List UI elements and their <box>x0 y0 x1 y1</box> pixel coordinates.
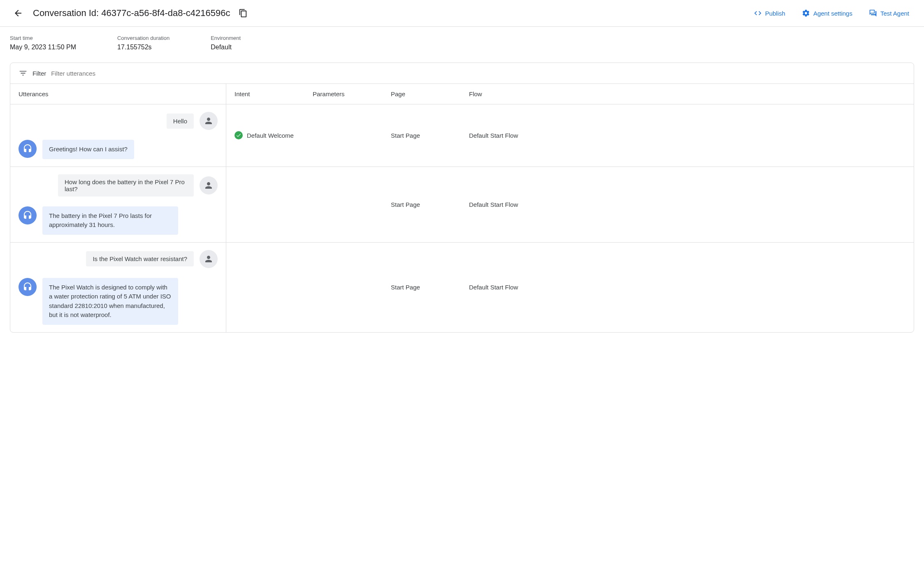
headset-icon <box>23 282 33 292</box>
flow-cell: Default Start Flow <box>461 194 914 215</box>
check-icon <box>234 131 243 139</box>
col-header-utterances: Utterances <box>10 84 226 104</box>
copy-icon <box>239 9 248 18</box>
page-title: Conversation Id: 46377c-a56-8f4-da8-c421… <box>33 8 230 19</box>
headset-icon <box>23 211 33 220</box>
start-time-value: May 9, 2023 11:50 PM <box>10 44 76 51</box>
person-icon <box>204 116 214 126</box>
bot-utterance: The Pixel Watch is designed to comply wi… <box>42 278 178 325</box>
flow-cell: Default Start Flow <box>461 277 914 297</box>
user-avatar <box>200 250 218 268</box>
flow-cell: Default Start Flow <box>461 125 914 146</box>
back-button[interactable] <box>10 5 26 21</box>
person-icon <box>204 180 214 190</box>
bot-avatar <box>19 206 37 224</box>
start-time-label: Start time <box>10 35 76 41</box>
bot-avatar <box>19 278 37 296</box>
filter-label: Filter <box>33 70 46 77</box>
user-avatar <box>200 176 218 194</box>
col-header-page: Page <box>383 84 461 104</box>
environment-value: Default <box>211 44 241 51</box>
parameters-cell <box>304 198 383 211</box>
agent-settings-button[interactable]: Agent settings <box>797 6 857 21</box>
bot-utterance: The battery in the Pixel 7 Pro lasts for… <box>42 206 178 235</box>
filter-icon <box>19 69 28 78</box>
filter-input[interactable] <box>51 70 905 77</box>
parameters-cell <box>304 129 383 142</box>
table-row[interactable]: Hello Greetings! How can I assist? Defau… <box>10 104 914 167</box>
duration-value: 17.155752s <box>117 44 169 51</box>
bot-avatar <box>19 140 37 158</box>
user-utterance: Is the Pixel Watch water resistant? <box>86 251 194 266</box>
parameters-cell <box>304 281 383 294</box>
person-icon <box>204 254 214 264</box>
arrow-back-icon <box>13 8 23 18</box>
intent-cell <box>226 198 304 211</box>
user-avatar <box>200 112 218 130</box>
col-header-intent: Intent <box>226 84 304 104</box>
user-utterance: How long does the battery in the Pixel 7… <box>58 174 194 197</box>
gear-icon <box>802 9 810 17</box>
duration-label: Conversation duration <box>117 35 169 41</box>
intent-cell <box>226 281 304 294</box>
col-header-flow: Flow <box>461 84 914 104</box>
environment-label: Environment <box>211 35 241 41</box>
table-row[interactable]: Is the Pixel Watch water resistant? The … <box>10 243 914 332</box>
intent-name: Default Welcome <box>247 132 294 139</box>
publish-label: Publish <box>765 10 785 17</box>
table-row[interactable]: How long does the battery in the Pixel 7… <box>10 167 914 243</box>
agent-settings-label: Agent settings <box>813 10 852 17</box>
test-agent-label: Test Agent <box>880 10 909 17</box>
code-icon <box>754 9 762 17</box>
user-utterance: Hello <box>167 113 194 129</box>
publish-button[interactable]: Publish <box>749 6 790 21</box>
col-header-parameters: Parameters <box>304 84 383 104</box>
headset-icon <box>23 144 33 154</box>
chat-icon <box>869 9 877 17</box>
test-agent-button[interactable]: Test Agent <box>864 6 914 21</box>
page-cell: Start Page <box>383 194 461 215</box>
copy-id-button[interactable] <box>235 5 251 21</box>
bot-utterance: Greetings! How can I assist? <box>42 140 134 159</box>
page-cell: Start Page <box>383 277 461 297</box>
page-cell: Start Page <box>383 125 461 146</box>
